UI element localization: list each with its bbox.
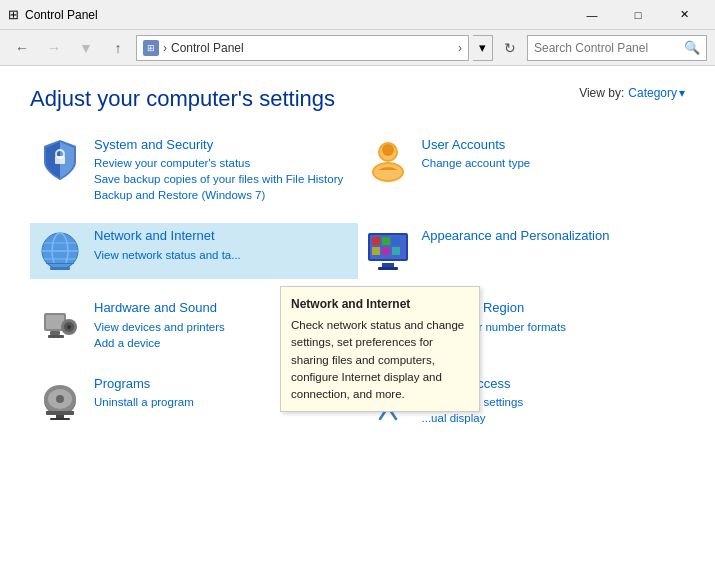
title-bar-left: ⊞ Control Panel — [8, 7, 98, 22]
appearance-text: Appearance and Personalization — [422, 227, 610, 246]
category-user-accounts[interactable]: User Accounts Change account type — [358, 132, 686, 207]
refresh-button[interactable]: ↻ — [497, 35, 523, 61]
maximize-button[interactable]: □ — [615, 0, 661, 30]
svg-rect-18 — [382, 237, 390, 245]
svg-rect-21 — [382, 247, 390, 255]
view-by-value: Category — [628, 86, 677, 100]
svg-point-6 — [382, 144, 394, 156]
path-icon: ⊞ — [143, 40, 159, 56]
close-button[interactable]: ✕ — [661, 0, 707, 30]
system-restore-link[interactable]: Backup and Restore (Windows 7) — [94, 189, 265, 201]
svg-rect-19 — [392, 237, 400, 245]
svg-rect-31 — [48, 335, 64, 338]
hardware-icon — [36, 299, 84, 347]
category-appearance[interactable]: Appearance and Personalization — [358, 223, 686, 279]
hardware-sound-subtitle: View devices and printers Add a device — [94, 319, 225, 351]
change-account-link[interactable]: Change account type — [422, 157, 531, 169]
svg-point-29 — [67, 325, 71, 329]
appearance-icon — [364, 227, 412, 275]
system-security-subtitle: Review your computer's status Save backu… — [94, 155, 343, 203]
svg-rect-24 — [378, 267, 398, 270]
window-title: Control Panel — [25, 8, 98, 22]
svg-rect-22 — [392, 247, 400, 255]
programs-icon — [36, 375, 84, 423]
search-box[interactable]: 🔍 — [527, 35, 707, 61]
system-review-link[interactable]: Review your computer's status — [94, 157, 250, 169]
forward-button[interactable]: → — [40, 35, 68, 61]
category-system-security[interactable]: System and Security Review your computer… — [30, 132, 358, 207]
network-internet-subtitle: View network status and ta... — [94, 247, 241, 263]
network-internet-text: Network and Internet View network status… — [94, 227, 241, 262]
user-accounts-icon — [364, 136, 412, 184]
tooltip-body: Check network status and change settings… — [291, 317, 469, 403]
shield-icon — [36, 136, 84, 184]
back-button[interactable]: ← — [8, 35, 36, 61]
path-text: Control Panel — [171, 41, 454, 55]
system-security-text: System and Security Review your computer… — [94, 136, 343, 203]
hardware-sound-title[interactable]: Hardware and Sound — [94, 299, 225, 317]
appearance-title[interactable]: Appearance and Personalization — [422, 227, 610, 245]
main-content: Adjust your computer's settings View by:… — [0, 66, 715, 450]
title-bar-buttons: — □ ✕ — [569, 0, 707, 30]
search-input[interactable] — [534, 41, 684, 55]
network-status-link[interactable]: View network status and ta... — [94, 249, 241, 261]
system-security-title[interactable]: System and Security — [94, 136, 343, 154]
svg-rect-45 — [46, 411, 74, 415]
dropdown-icon: ▾ — [479, 40, 486, 55]
window-icon: ⊞ — [8, 7, 19, 22]
address-bar: ← → ▼ ↑ ⊞ › Control Panel › ▾ ↻ 🔍 — [0, 30, 715, 66]
user-accounts-text: User Accounts Change account type — [422, 136, 531, 171]
title-bar: ⊞ Control Panel — □ ✕ — [0, 0, 715, 30]
visual-display-link[interactable]: ...ual display — [422, 412, 486, 424]
svg-point-44 — [56, 395, 64, 403]
uninstall-link[interactable]: Uninstall a program — [94, 396, 194, 408]
svg-rect-47 — [50, 418, 70, 420]
view-by-chevron: ▾ — [679, 86, 685, 100]
user-accounts-subtitle: Change account type — [422, 155, 531, 171]
svg-rect-14 — [46, 263, 74, 264]
recent-button[interactable]: ▼ — [72, 35, 100, 61]
category-network-internet[interactable]: Network and Internet View network status… — [30, 223, 358, 279]
view-by: View by: Category ▾ — [579, 86, 685, 100]
view-by-label: View by: — [579, 86, 624, 100]
add-device-link[interactable]: Add a device — [94, 337, 161, 349]
view-by-dropdown[interactable]: Category ▾ — [628, 86, 685, 100]
svg-point-5 — [374, 164, 402, 180]
svg-rect-20 — [372, 247, 380, 255]
address-field: ⊞ › Control Panel › — [136, 35, 469, 61]
user-accounts-title[interactable]: User Accounts — [422, 136, 531, 154]
network-icon — [36, 227, 84, 275]
tooltip-title: Network and Internet — [291, 295, 469, 313]
path-arrow: › — [458, 41, 462, 55]
view-devices-link[interactable]: View devices and printers — [94, 321, 225, 333]
up-button[interactable]: ↑ — [104, 35, 132, 61]
svg-rect-46 — [56, 415, 64, 418]
svg-rect-30 — [50, 331, 60, 335]
svg-rect-13 — [50, 267, 70, 270]
programs-text: Programs Uninstall a program — [94, 375, 194, 410]
programs-title[interactable]: Programs — [94, 375, 194, 393]
network-tooltip: Network and Internet Check network statu… — [280, 286, 480, 412]
path-separator: › — [163, 41, 167, 55]
programs-subtitle: Uninstall a program — [94, 394, 194, 410]
system-backup-link[interactable]: Save backup copies of your files with Fi… — [94, 173, 343, 185]
svg-rect-17 — [372, 237, 380, 245]
address-dropdown[interactable]: ▾ — [473, 35, 493, 61]
search-icon: 🔍 — [684, 40, 700, 55]
network-internet-title[interactable]: Network and Internet — [94, 227, 241, 245]
minimize-button[interactable]: — — [569, 0, 615, 30]
hardware-sound-text: Hardware and Sound View devices and prin… — [94, 299, 225, 350]
